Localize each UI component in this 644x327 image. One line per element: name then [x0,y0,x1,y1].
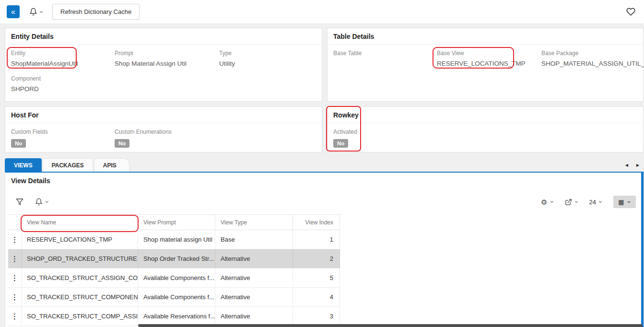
field-custom-fields: Custom Fields No [11,128,115,148]
table-settings-button[interactable]: ⚙ [541,199,554,206]
tab-apis[interactable]: APIS [94,158,129,172]
table-grid-icon: ▦ [618,199,624,205]
field-prompt: Prompt Shop Material Assign Util [115,50,219,67]
field-label: Base Package [541,50,644,57]
row-menu-icon[interactable]: ⋮ [11,293,18,302]
export-icon [565,199,572,206]
table-toolbar: ⚙ 24 ▦ [16,194,636,210]
field-label: Type [219,50,316,57]
chevron-down-icon [574,199,579,204]
views-table: View Name View Prompt View Type View Ind… [8,214,340,326]
field-label: Custom Enumerations [115,128,219,135]
card-title: Host For [5,107,322,123]
cell-view-prompt: Available Components f... [138,269,215,287]
cell-view-prompt: Available Components f... [138,288,215,306]
cell-view-name: SO_TRACKED_STRUCT_COMP_ASSIGN [22,307,138,326]
table-row-selected[interactable]: ⋮ SHOP_ORD_TRACKED_STRUCTURE Shop Order … [8,249,340,269]
cell-view-type: Alternative [215,307,293,326]
tab-scroll-right-icon[interactable]: ▸ [636,162,639,168]
field-label: Entity [11,50,115,57]
cell-view-type: Alternative [215,269,293,287]
cell-view-type: Alternative [215,288,293,306]
column-header-view-name[interactable]: View Name [22,215,138,230]
cell-view-prompt: Available Reservations f... [138,307,215,326]
tab-bar: VIEWS PACKAGES APIS [5,158,130,172]
bell-icon [29,8,37,16]
view-mode-button[interactable]: ▦ [613,196,636,208]
entity-details-card: Entity Details Entity ShopMaterialAssign… [5,28,322,102]
field-label: Prompt [115,50,219,57]
cell-view-name: SHOP_ORD_TRACKED_STRUCTURE [22,249,138,268]
tab-views[interactable]: VIEWS [5,158,42,172]
panel-notifications-button[interactable] [35,198,49,206]
field-value: SHPORD [11,85,115,93]
horizontal-scrollbar-thumb[interactable] [138,324,643,327]
status-badge: No [11,139,26,148]
chevron-down-icon [598,199,603,204]
field-value: Shop Material Assign Util [115,60,219,67]
table-row[interactable]: ⋮ SO_TRACKED_STRUCT_ASSIGN_COMP Availabl… [8,269,340,288]
refresh-dictionary-cache-button[interactable]: Refresh Dictionary Cache [52,4,140,20]
cell-view-index: 1 [293,230,340,249]
table-row[interactable]: ⋮ SO_TRACKED_STRUCT_COMPONENT Available … [8,288,340,307]
field-component: Component SHPORD [11,75,115,93]
tab-packages[interactable]: PACKAGES [43,158,93,172]
field-value: ShopMaterialAssignUtil [11,60,115,67]
cell-view-index: 4 [293,288,340,306]
field-value: SHOP_MATERIAL_ASSIGN_UTIL_API [541,60,644,67]
chevron-down-icon [39,10,44,14]
field-type: Type Utility [219,50,316,67]
status-badge: No [115,139,129,148]
cell-view-index: 2 [293,249,340,268]
notifications-button[interactable] [29,8,44,16]
cell-view-prompt: Shop material assign Util [138,230,215,249]
cell-view-index: 3 [293,307,340,326]
page-size-selector[interactable]: 24 [589,199,603,206]
field-label: Base Table [333,50,437,57]
table-row[interactable]: ⋮ RESERVE_LOCATIONS_TMP Shop material as… [8,230,340,249]
toolbar-right-group: ⚙ 24 ▦ [541,196,636,208]
row-menu-icon[interactable]: ⋮ [11,255,18,263]
field-label: Activated [333,128,437,135]
tab-scroll-left-icon[interactable]: ◂ [625,162,628,168]
collapse-panel-button[interactable]: « [7,5,20,18]
cell-view-name: SO_TRACKED_STRUCT_COMPONENT [22,288,138,306]
row-menu-icon[interactable]: ⋮ [11,274,18,282]
rowkey-card: Rowkey Activated No [327,106,644,152]
favorite-button[interactable] [626,7,635,16]
field-entity: Entity ShopMaterialAssignUtil [11,50,115,67]
card-title: Table Details [328,28,643,45]
top-bar: « Refresh Dictionary Cache [0,0,644,24]
filter-button[interactable] [16,198,23,206]
field-base-package: Base Package SHOP_MATERIAL_ASSIGN_UTIL_A… [541,50,644,67]
cell-view-name: RESERVE_LOCATIONS_TMP [22,230,138,249]
cell-view-prompt: Shop Order Tracked Str... [138,249,215,268]
header-menu-column [8,215,22,230]
field-value: Utility [219,60,316,67]
host-for-card: Host For Custom Fields No Custom Enumera… [5,106,322,152]
row-menu-icon[interactable]: ⋮ [11,312,18,321]
chevron-down-icon [45,199,49,204]
field-label: Component [11,75,115,82]
status-badge: No [333,139,348,148]
field-label: Base View [437,50,541,57]
chevron-down-icon [550,199,554,204]
field-base-view: Base View RESERVE_LOCATIONS_TMP [437,50,541,67]
column-header-view-prompt[interactable]: View Prompt [138,215,215,230]
column-header-view-index[interactable]: View Index [293,215,340,230]
vertical-scrollbar[interactable] [641,173,644,327]
field-base-table: Base Table [333,50,437,67]
chevron-down-icon [627,200,631,204]
export-button[interactable] [565,199,579,206]
cell-view-name: SO_TRACKED_STRUCT_ASSIGN_COMP [22,269,138,287]
row-menu-icon[interactable]: ⋮ [11,235,18,244]
column-header-view-type[interactable]: View Type [215,215,293,230]
field-value: RESERVE_LOCATIONS_TMP [437,60,541,67]
table-header-row: View Name View Prompt View Type View Ind… [8,214,340,230]
cell-view-index: 5 [293,269,340,287]
bell-icon [35,198,43,206]
view-details-panel: View Details ⚙ 24 ▦ [5,172,644,327]
gear-icon: ⚙ [541,199,547,206]
table-row[interactable]: ⋮ SO_TRACKED_STRUCT_COMP_ASSIGN Availabl… [8,307,340,326]
field-custom-enumerations: Custom Enumerations No [115,128,219,148]
